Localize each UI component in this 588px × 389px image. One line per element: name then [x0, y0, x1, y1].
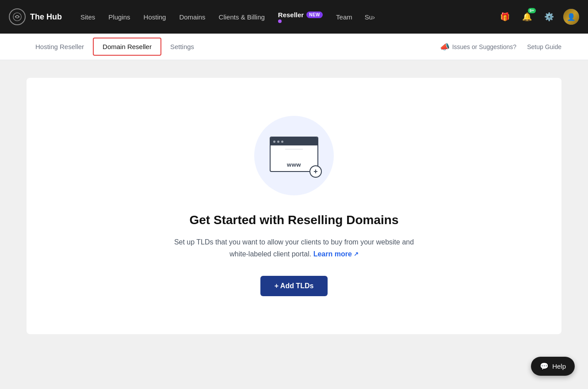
navbar-actions: 🎁 🔔 9+ ⚙️ 👤	[497, 9, 579, 25]
nav-item-hosting[interactable]: Hosting	[138, 10, 172, 24]
avatar[interactable]: 👤	[563, 9, 579, 25]
brand-logo	[9, 8, 26, 25]
avatar-image: 👤	[563, 9, 579, 25]
notifications-icon[interactable]: 🔔 9+	[519, 9, 535, 25]
setup-guide-link[interactable]: Setup Guide	[527, 43, 561, 50]
domain-icon-circle: www +	[254, 116, 334, 195]
main-description: Set up TLDs that you want to allow your …	[174, 236, 414, 260]
sub-nav: Hosting Reseller Domain Reseller Setting…	[0, 34, 588, 60]
megaphone-icon: 📣	[440, 42, 450, 52]
nav-item-plugins[interactable]: Plugins	[103, 10, 135, 24]
settings-icon[interactable]: ⚙️	[541, 9, 557, 25]
content-card: www + Get Started with Reselling Domains…	[27, 78, 561, 334]
nav-more[interactable]: Su›	[360, 10, 379, 24]
browser-www-text: www	[274, 151, 314, 172]
navbar: The Hub Sites Plugins Hosting Domains Cl…	[0, 0, 588, 34]
svg-point-0	[13, 13, 21, 21]
learn-more-link[interactable]: Learn more ↗	[313, 248, 359, 260]
external-link-icon: ↗	[354, 249, 359, 259]
sub-nav-right: 📣 Issues or Suggestions? Setup Guide	[440, 42, 561, 52]
tab-settings[interactable]: Settings	[161, 38, 203, 55]
main-heading: Get Started with Reselling Domains	[190, 213, 399, 227]
help-bubble-icon: 💬	[540, 362, 549, 370]
nav-items: Sites Plugins Hosting Domains Clients & …	[75, 8, 497, 27]
nav-item-domains[interactable]: Domains	[174, 10, 210, 24]
reseller-dot	[278, 19, 282, 23]
tab-domain-reseller[interactable]: Domain Reseller	[93, 38, 161, 56]
sub-nav-left: Hosting Reseller Domain Reseller Setting…	[27, 38, 440, 56]
plus-circle-icon: +	[309, 165, 322, 178]
nav-item-reseller[interactable]: Reseller NEW	[273, 8, 328, 27]
nav-item-team[interactable]: Team	[331, 10, 358, 24]
browser-bar	[271, 137, 317, 145]
gift-icon[interactable]: 🎁	[497, 9, 513, 25]
notif-count: 9+	[528, 8, 536, 13]
new-badge: NEW	[306, 11, 323, 18]
help-button[interactable]: 💬 Help	[531, 357, 575, 376]
nav-item-sites[interactable]: Sites	[75, 10, 100, 24]
nav-item-clients-billing[interactable]: Clients & Billing	[214, 10, 270, 24]
issues-suggestions-link[interactable]: 📣 Issues or Suggestions?	[440, 42, 517, 52]
add-tlds-button[interactable]: + Add TLDs	[260, 276, 328, 296]
brand[interactable]: The Hub	[9, 8, 62, 25]
tab-hosting-reseller[interactable]: Hosting Reseller	[27, 38, 93, 55]
brand-name: The Hub	[30, 12, 62, 22]
main-content: www + Get Started with Reselling Domains…	[0, 60, 588, 352]
domain-browser-icon: www +	[270, 137, 318, 174]
